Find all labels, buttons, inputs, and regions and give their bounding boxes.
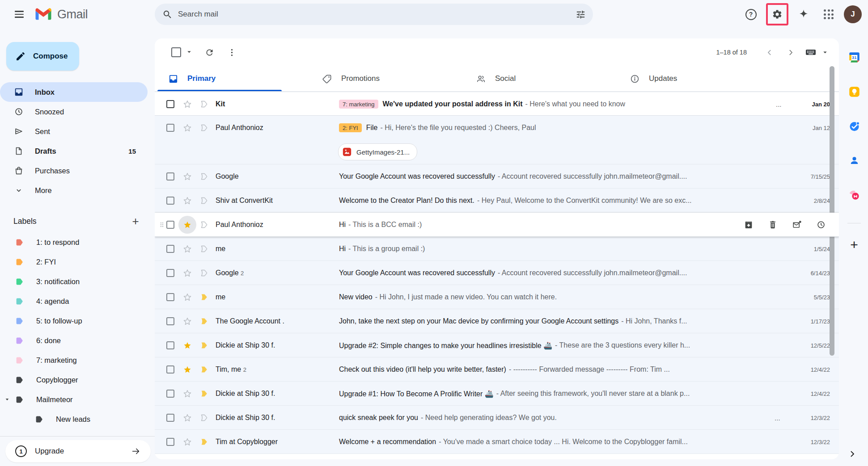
refresh-icon[interactable] <box>200 43 218 61</box>
main-menu-icon[interactable] <box>9 4 30 25</box>
search-bar[interactable] <box>155 4 593 25</box>
email-checkbox[interactable] <box>166 221 174 229</box>
sidebar-item-purchases[interactable]: Purchases <box>0 161 148 181</box>
email-row[interactable]: Tim, me 2 Check out this video (it'll he… <box>155 357 839 382</box>
email-row[interactable]: The Google Account . John, take the next… <box>155 309 839 333</box>
star-icon[interactable] <box>182 267 193 279</box>
side-panel-collapse-icon[interactable] <box>846 447 859 461</box>
add-label-icon[interactable]: + <box>128 214 143 229</box>
sidebar-label-3-notification[interactable]: 3: notification <box>0 272 148 291</box>
select-all-checkbox[interactable] <box>167 43 185 61</box>
email-checkbox[interactable] <box>166 293 174 301</box>
email-checkbox[interactable] <box>166 269 174 277</box>
email-row[interactable]: me Hi - This is a group email :) 1/5/24 <box>155 237 839 261</box>
importance-marker-icon[interactable] <box>199 219 210 231</box>
star-icon[interactable] <box>182 171 193 182</box>
email-checkbox[interactable] <box>166 124 174 132</box>
search-input[interactable] <box>177 9 571 19</box>
importance-marker-icon[interactable] <box>199 364 210 375</box>
older-page-icon[interactable] <box>782 43 800 61</box>
mailmeteor-icon[interactable] <box>845 186 863 204</box>
tab-primary[interactable]: Primary <box>155 66 309 91</box>
importance-marker-icon[interactable] <box>199 98 210 110</box>
star-icon[interactable] <box>182 291 193 303</box>
star-icon[interactable] <box>182 219 193 231</box>
upgrade-button[interactable]: 1 Upgrade <box>5 440 151 462</box>
star-icon[interactable] <box>182 436 193 448</box>
importance-marker-icon[interactable] <box>199 436 210 448</box>
label-expander-icon[interactable] <box>4 396 11 403</box>
delete-icon[interactable] <box>764 216 782 234</box>
input-tools-keyboard-icon[interactable] <box>803 47 829 58</box>
contacts-icon[interactable] <box>845 151 863 169</box>
email-checkbox[interactable] <box>166 414 174 422</box>
attachment-chip[interactable]: GettyImages-21... <box>338 143 417 160</box>
email-checkbox[interactable] <box>166 438 174 446</box>
sidebar-label-new-leads[interactable]: New leads <box>0 409 148 429</box>
drag-handle-icon[interactable] <box>158 219 165 230</box>
email-row[interactable]: me New video - Hi John, I just made a ne… <box>155 285 839 309</box>
sidebar-label-1-to-respond[interactable]: 1: to respond <box>0 232 148 252</box>
email-row[interactable]: Paul Anthonioz 2: FYI File - Hi, Here's … <box>155 116 839 164</box>
importance-marker-icon[interactable] <box>199 340 210 351</box>
gemini-sparkle-icon[interactable] <box>794 4 813 24</box>
star-icon[interactable] <box>182 388 193 399</box>
sidebar-item-snoozed[interactable]: Snoozed <box>0 102 148 122</box>
newer-page-icon[interactable] <box>760 43 778 61</box>
more-options-icon[interactable] <box>223 43 241 61</box>
google-apps-grid-icon[interactable] <box>819 4 838 24</box>
sidebar-label-7-marketing[interactable]: 7: marketing <box>0 350 148 370</box>
help-icon[interactable]: ? <box>741 4 761 24</box>
star-icon[interactable] <box>182 340 193 351</box>
email-row[interactable]: Dickie at Ship 30 f. Upgrade #2: Simple … <box>155 333 839 357</box>
importance-marker-icon[interactable] <box>199 388 210 399</box>
scrollbar[interactable] <box>830 66 834 356</box>
email-checkbox[interactable] <box>166 341 174 349</box>
sidebar-item-drafts[interactable]: Drafts 15 <box>0 141 148 161</box>
importance-marker-icon[interactable] <box>199 243 210 255</box>
email-checkbox[interactable] <box>166 365 174 374</box>
star-icon[interactable] <box>182 315 193 327</box>
importance-marker-icon[interactable] <box>199 122 210 134</box>
tab-social[interactable]: Social <box>462 66 616 91</box>
importance-marker-icon[interactable] <box>199 267 210 279</box>
email-row[interactable]: Kit 7: marketing We've updated your post… <box>155 92 839 116</box>
email-row[interactable]: Google 2 Your Google Account was recover… <box>155 261 839 285</box>
email-checkbox[interactable] <box>166 172 174 181</box>
email-checkbox[interactable] <box>166 100 174 108</box>
keep-icon[interactable] <box>845 83 863 101</box>
compose-button[interactable]: Compose <box>6 42 79 71</box>
sidebar-label-2-fyi[interactable]: 2: FYI <box>0 252 148 272</box>
archive-icon[interactable] <box>740 216 758 234</box>
gmail-logo[interactable]: Gmail <box>34 7 88 21</box>
search-icon[interactable] <box>157 4 177 24</box>
tasks-icon[interactable] <box>845 117 863 135</box>
email-row[interactable]: Tim at Copyblogger Welcome + a recommend… <box>155 430 839 454</box>
email-checkbox[interactable] <box>166 197 174 205</box>
star-icon[interactable] <box>182 122 193 134</box>
account-avatar[interactable]: J <box>844 5 862 23</box>
snooze-icon[interactable] <box>812 216 830 234</box>
search-options-icon[interactable] <box>571 4 590 24</box>
select-dropdown-icon[interactable] <box>185 48 193 57</box>
calendar-icon[interactable]: 31 <box>845 48 863 66</box>
tab-updates[interactable]: Updates <box>616 66 770 91</box>
sidebar-label-mailmeteor[interactable]: Mailmeteor <box>0 390 148 409</box>
email-row[interactable]: Dickie at Ship 30 f. quick sneak peek fo… <box>155 406 839 430</box>
sidebar-item-sent[interactable]: Sent <box>0 122 148 141</box>
sidebar-label-5-to-follow-up[interactable]: 5: to follow-up <box>0 311 148 331</box>
sidebar-item-inbox[interactable]: Inbox <box>0 82 148 102</box>
email-row[interactable]: Paul Anthonioz Hi - This is a BCC email … <box>155 213 839 237</box>
tab-promotions[interactable]: Promotions <box>309 66 462 91</box>
importance-marker-icon[interactable] <box>199 171 210 182</box>
email-row[interactable]: Shiv at ConvertKit Welcome to the Creato… <box>155 189 839 213</box>
importance-marker-icon[interactable] <box>199 195 210 206</box>
star-icon[interactable] <box>182 364 193 375</box>
star-icon[interactable] <box>182 243 193 255</box>
email-row[interactable]: Dickie at Ship 30 f. Upgrade #1: How To … <box>155 382 839 406</box>
star-icon[interactable] <box>182 412 193 424</box>
email-checkbox[interactable] <box>166 317 174 325</box>
label-chip[interactable]: 7: marketing <box>339 100 378 109</box>
sidebar-label-copyblogger[interactable]: Copyblogger <box>0 370 148 390</box>
settings-icon[interactable] <box>768 4 787 24</box>
